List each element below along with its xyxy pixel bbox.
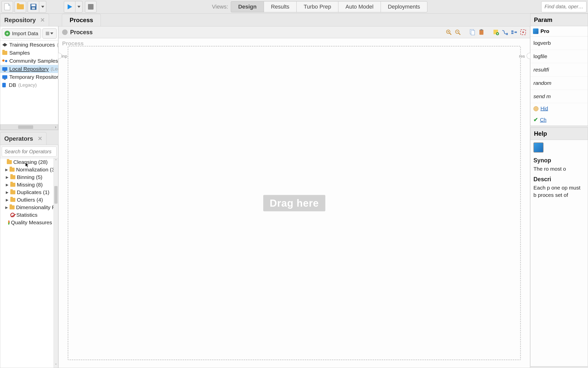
ops-item-missing[interactable]: ▶ Missing (8) — [0, 181, 54, 189]
global-search-input[interactable] — [545, 2, 583, 12]
ops-item-outliers[interactable]: ▶ Outliers (4) — [0, 196, 54, 204]
tab-deployments[interactable]: Deployments — [381, 1, 427, 12]
scroll-down-icon[interactable]: ˅ — [55, 363, 57, 368]
svg-line-12 — [459, 33, 460, 35]
graduation-cap-icon — [2, 43, 7, 47]
operators-panel-close-icon[interactable]: ✕ — [33, 135, 42, 142]
chevron-down-icon — [77, 6, 80, 8]
svg-rect-25 — [515, 31, 517, 33]
parameters-header-label: Pro — [540, 28, 549, 34]
repo-item-temporary-repository[interactable]: Temporary Repository (Legacy) — [0, 73, 58, 81]
run-dropdown-button[interactable] — [75, 1, 82, 13]
add-note-button[interactable] — [493, 29, 499, 35]
repository-menu-button[interactable] — [42, 28, 57, 39]
repo-item-db[interactable]: DB (Legacy) — [0, 81, 58, 89]
repo-item-samples[interactable]: Samples — [0, 49, 58, 57]
folder-icon — [10, 183, 15, 187]
fit-view-icon — [520, 29, 526, 35]
save-button[interactable] — [28, 1, 39, 13]
play-icon — [67, 4, 73, 10]
ops-item-duplicates[interactable]: ▶ Duplicates (1) — [0, 189, 54, 196]
param-send-mail[interactable]: send m — [530, 90, 588, 103]
stop-button[interactable] — [85, 1, 97, 13]
param-logverbosity[interactable]: logverb — [530, 36, 588, 50]
parameters-panel-tab[interactable]: Param — [530, 14, 588, 26]
expander-icon[interactable]: ▶ — [5, 198, 9, 202]
ops-item-binning[interactable]: ▶ Binning (5) — [0, 173, 54, 181]
scrollbar-thumb[interactable] — [54, 186, 58, 204]
svg-rect-24 — [511, 32, 513, 34]
save-split-button — [28, 1, 46, 13]
scroll-right-icon[interactable]: › — [54, 125, 58, 129]
repository-horizontal-scrollbar[interactable]: › — [0, 124, 58, 130]
global-search[interactable] — [541, 1, 586, 12]
copy-button[interactable] — [469, 29, 476, 35]
chevron-down-icon — [41, 6, 44, 8]
scroll-up-icon[interactable]: ˄ — [55, 158, 57, 163]
monitor-icon — [2, 75, 7, 79]
breadcrumb-root-icon[interactable] — [62, 29, 68, 35]
ops-item-dimensionality-reduction[interactable]: ▶ Dimensionality Reductio — [0, 204, 54, 211]
arrange-button[interactable] — [511, 29, 517, 35]
operators-vertical-scrollbar[interactable]: ˄ ˅ — [54, 158, 58, 368]
import-data-button[interactable]: + Import Data — [2, 28, 41, 39]
repository-panel-tab[interactable]: Repository ✕ — [0, 14, 49, 26]
zoom-in-button[interactable] — [445, 29, 452, 35]
compatibility-link[interactable]: Ch — [540, 117, 547, 123]
scrollbar-thumb[interactable] — [18, 125, 33, 129]
open-folder-button[interactable] — [15, 1, 26, 13]
ops-item-statistics[interactable]: Statistics — [0, 211, 54, 219]
input-port[interactable] — [58, 53, 62, 59]
tab-turbo-prep[interactable]: Turbo Prep — [296, 1, 338, 12]
folder-icon — [10, 190, 15, 194]
operators-tree: Cleansing (28) ▶ Normalization (3) ▶ Bin… — [0, 158, 58, 368]
operators-search-input[interactable] — [2, 146, 57, 157]
expander-icon[interactable]: ▶ — [5, 205, 8, 209]
new-file-button[interactable] — [2, 1, 13, 13]
drop-zone[interactable]: Drag here — [68, 46, 521, 360]
checkmark-icon: ✔ — [533, 117, 538, 123]
expander-icon[interactable]: ▶ — [5, 190, 9, 194]
repository-tree: Training Resources (connected Samples Co… — [0, 41, 58, 124]
param-random-seed[interactable]: random — [530, 77, 588, 90]
repository-panel-close-icon[interactable]: ✕ — [36, 17, 45, 23]
param-logfile[interactable]: logfile — [530, 50, 588, 63]
output-port[interactable] — [527, 53, 530, 59]
tab-design[interactable]: Design — [231, 1, 264, 12]
process-panel-tab[interactable]: Process — [62, 14, 101, 26]
auto-wire-button[interactable] — [502, 29, 508, 35]
folder-icon — [10, 205, 15, 209]
tab-results[interactable]: Results — [264, 1, 297, 12]
save-dropdown-button[interactable] — [39, 1, 46, 13]
repo-item-community-samples[interactable]: Community Samples (connected — [0, 57, 58, 65]
fit-view-button[interactable] — [520, 29, 526, 35]
paste-button[interactable] — [478, 29, 485, 35]
chevron-down-icon — [50, 32, 53, 34]
expander-icon[interactable]: ▶ — [5, 168, 8, 172]
zoom-out-button[interactable] — [455, 29, 461, 35]
tab-auto-model[interactable]: Auto Model — [338, 1, 381, 12]
paste-icon — [479, 29, 484, 35]
svg-line-8 — [449, 33, 451, 35]
hide-advanced-link[interactable]: Hid — [540, 106, 548, 112]
param-resultfile[interactable]: resultfi — [530, 63, 588, 77]
breadcrumb[interactable]: Process — [70, 29, 93, 36]
no-stats-icon — [10, 213, 15, 217]
folder-icon — [7, 160, 12, 164]
repo-item-training-resources[interactable]: Training Resources (connected — [0, 41, 58, 49]
process-canvas[interactable]: Process inp res Drag here — [58, 38, 530, 368]
repository-panel-title: Repository — [4, 17, 36, 24]
help-synopsis-heading: Synop — [533, 157, 585, 164]
repo-item-local-repository[interactable]: Local Repository (Legacy) — [0, 65, 58, 73]
run-button[interactable] — [64, 1, 75, 13]
help-panel-tab[interactable]: Help — [530, 128, 588, 140]
monitor-icon — [2, 67, 7, 71]
expander-icon[interactable]: ▶ — [5, 175, 9, 179]
operators-panel-tab[interactable]: Operators ✕ — [0, 132, 47, 145]
advanced-user-icon — [533, 106, 538, 111]
ops-item-quality-measures[interactable]: Quality Measures — [0, 219, 54, 226]
run-split-button — [64, 1, 82, 13]
help-body: Synop The ro most o Descri Each p one op… — [530, 140, 588, 201]
expander-icon[interactable]: ▶ — [5, 183, 9, 187]
auto-wire-icon — [502, 29, 508, 35]
